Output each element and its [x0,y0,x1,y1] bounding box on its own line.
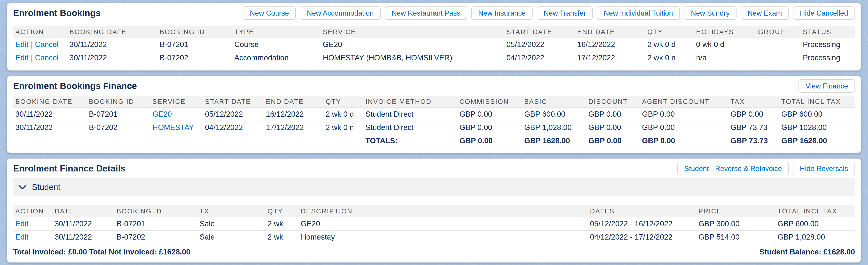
table-cell: 05/12/2022 - 16/12/2022 [590,217,699,230]
column-header-booking-id: BOOKING ID [117,205,199,217]
column-header-status: STATUS [803,26,855,38]
bookings-button-row: New CourseNew AccommodationNew Restauran… [243,6,855,20]
cancel-link[interactable]: Cancel [35,54,59,62]
table-cell: GE20 [323,38,506,51]
table-cell: Homestay [301,230,590,243]
table-cell: 05/12/2022 [506,38,577,51]
table-cell: Student Direct [366,107,460,121]
column-header-booking-id: BOOKING ID [89,96,152,107]
column-header-booking-id: BOOKING ID [160,26,234,38]
totals-cell: GBP 1628.00 [524,134,589,147]
finance-table: BOOKING DATEBOOKING IDSERVICESTART DATEE… [13,96,855,147]
table-cell: GBP 300.00 [699,217,778,230]
table-cell: GBP 0.00 [460,107,524,121]
table-cell: Accommodation [234,51,323,64]
table-cell: 04/12/2022 [205,121,266,134]
totals-cell: GBP 0.00 [460,134,524,147]
enrolment-bookings-title: Enrolment Bookings [13,8,100,18]
column-header-start-date: START DATE [205,96,266,107]
table-cell: 17/12/2022 [266,121,326,134]
view-finance-button[interactable]: View Finance [799,79,855,93]
column-header-booking-date: BOOKING DATE [13,96,89,107]
column-header-action: ACTION [13,205,55,217]
new-individual-tuition-button[interactable]: New Individual Tuition [597,6,680,20]
edit-link[interactable]: Edit [16,40,28,48]
service-link[interactable]: HOMESTAY [153,123,194,132]
column-header-agent-discount: AGENT DISCOUNT [642,96,731,107]
table-cell: 2 wk [268,217,301,230]
service-cell: HOMESTAY [153,121,205,134]
page-background: Enrolment Bookings New CourseNew Accommo… [0,0,868,265]
table-cell: GBP 0.00 [460,121,524,134]
column-header-holidays: HOLIDAYS [696,26,758,38]
column-header-total-incl-tax: TOTAL INCL TAX [781,96,855,107]
finance-row: 30/11/2022B-07202HOMESTAY04/12/202217/12… [13,121,855,134]
table-cell: Sale [199,230,268,243]
hide-cancelled-button[interactable]: Hide Cancelled [793,6,855,20]
finance-button-row: View Finance [799,79,855,93]
table-cell: GBP 1,028.00 [778,230,855,243]
table-cell [758,51,803,64]
new-insurance-button[interactable]: New Insurance [471,6,532,20]
totals-cell [153,134,205,147]
table-cell: Student Direct [366,121,460,134]
finance-totals-row: TOTALS:GBP 0.00GBP 1628.00GBP 0.00GBP 0.… [13,134,855,147]
column-header-price: PRICE [699,205,778,217]
enrolment-bookings-section: Enrolment Bookings New CourseNew Accommo… [7,3,861,71]
column-header-invoice-method: INVOICE METHOD [366,96,460,107]
details-header-row: ACTIONDATEBOOKING IDTXQTYDESCRIPTIONDATE… [13,205,855,217]
cancel-link[interactable]: Cancel [35,40,59,48]
table-cell: GBP 0.00 [642,121,731,134]
table-cell: GBP 0.00 [588,121,642,134]
new-sundry-button[interactable]: New Sundry [684,6,737,20]
new-accommodation-button[interactable]: New Accommodation [300,6,380,20]
table-cell: Processing [803,51,855,64]
edit-link[interactable]: Edit [16,233,28,241]
student-reverse-reinvoice-button[interactable]: Student - Reverse & ReInvoice [677,162,789,175]
booking-row: Edit|Cancel30/11/2022B-07201CourseGE2005… [13,38,855,51]
column-header-description: DESCRIPTION [301,205,590,217]
totals-cell [266,134,326,147]
table-cell: 16/12/2022 [266,107,326,121]
totals-cell: GBP 1628.00 [781,134,855,147]
column-header-end-date: END DATE [266,96,326,107]
table-cell: GE20 [301,217,590,230]
table-cell: GBP 0.00 [642,107,731,121]
table-cell: 2 wk 0 n [648,51,696,64]
column-header-qty: QTY [326,96,366,107]
table-cell: GBP 600.00 [781,107,855,121]
new-restaurant-pass-button[interactable]: New Restaurant Pass [385,6,467,20]
chevron-down-icon [19,185,26,190]
column-header-group: GROUP [758,26,803,38]
edit-link[interactable]: Edit [16,220,28,228]
new-course-button[interactable]: New Course [243,6,296,20]
edit-link[interactable]: Edit [16,54,28,62]
table-cell: B-07202 [117,230,199,243]
table-cell: Sale [199,217,268,230]
column-header-service: SERVICE [323,26,506,38]
bookings-header-row: ACTIONBOOKING DATEBOOKING IDTYPESERVICES… [13,26,855,38]
column-header-date: DATE [55,205,117,217]
new-exam-button[interactable]: New Exam [741,6,789,20]
table-cell: 30/11/2022 [13,121,89,134]
table-cell: GBP 0.00 [731,107,781,121]
enrolment-bookings-finance-title: Enrolment Bookings Finance [13,81,137,91]
hide-reversals-button[interactable]: Hide Reversals [793,162,855,175]
details-table: ACTIONDATEBOOKING IDTXQTYDESCRIPTIONDATE… [13,205,855,243]
totals-cell: GBP 73.73 [731,134,781,147]
table-cell [758,38,803,51]
totals-label-cell: TOTALS: [366,134,460,147]
column-header-tax: TAX [731,96,781,107]
bookings-table-body: Edit|Cancel30/11/2022B-07201CourseGE2005… [13,38,855,64]
student-group-toggle[interactable]: Student [13,178,855,196]
new-transfer-button[interactable]: New Transfer [537,6,593,20]
enrolment-bookings-finance-section: Enrolment Bookings Finance View Finance … [7,76,861,153]
service-link[interactable]: GE20 [153,110,172,118]
table-cell: 17/12/2022 [577,51,648,64]
column-header-total-incl-tax: TOTAL INCL TAX [778,205,855,217]
column-header-dates: DATES [590,205,699,217]
table-cell: B-07201 [160,38,234,51]
table-cell: GBP 514.00 [699,230,778,243]
column-header-service: SERVICE [153,96,205,107]
details-header: Enrolment Finance Details Student - Reve… [13,159,855,178]
